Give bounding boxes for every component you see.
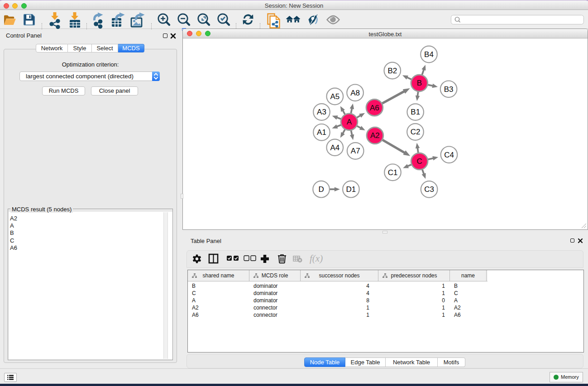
svg-text:A6: A6 xyxy=(370,104,379,112)
svg-text:A5: A5 xyxy=(330,92,339,101)
svg-text:A4: A4 xyxy=(330,143,339,152)
svg-text:C2: C2 xyxy=(411,128,421,136)
svg-text:C3: C3 xyxy=(424,185,434,194)
svg-text:f(x): f(x) xyxy=(310,253,323,264)
svg-text:B1: B1 xyxy=(411,108,420,116)
svg-text:B3: B3 xyxy=(444,85,454,94)
svg-text:A2: A2 xyxy=(370,131,380,140)
svg-text:D1: D1 xyxy=(346,185,356,194)
svg-text:A1: A1 xyxy=(317,128,326,137)
svg-text:C1: C1 xyxy=(388,168,398,177)
svg-text:A7: A7 xyxy=(351,147,360,155)
svg-text:C4: C4 xyxy=(444,151,454,159)
svg-text:C: C xyxy=(416,157,422,166)
svg-text:B4: B4 xyxy=(424,50,434,59)
svg-text:B: B xyxy=(417,79,422,87)
svg-text:B2: B2 xyxy=(387,67,397,75)
svg-text:A8: A8 xyxy=(350,89,360,97)
svg-text:A: A xyxy=(347,118,352,126)
svg-text:D: D xyxy=(318,185,324,194)
svg-text:A3: A3 xyxy=(317,108,326,116)
